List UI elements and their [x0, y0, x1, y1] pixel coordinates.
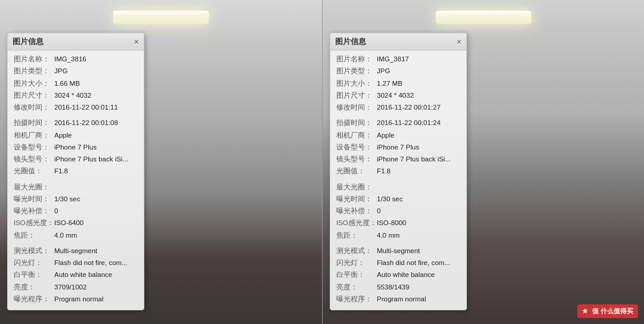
info-label: 图片大小： — [336, 79, 377, 89]
info-label: 修改时间： — [14, 102, 54, 113]
info-label: 焦距： — [14, 230, 54, 241]
info-row: 闪光灯：Flash did not fire, com... — [336, 258, 460, 268]
info-value: iPhone 7 Plus — [377, 142, 419, 152]
info-row: 拍摄时间：2016-11-22 00:01:24 — [336, 118, 460, 128]
info-row: 图片类型：JPG — [336, 66, 460, 76]
info-row: 图片类型：JPG — [14, 66, 138, 76]
info-row: 设备型号：iPhone 7 Plus — [14, 142, 138, 152]
info-label: 测光模式： — [14, 246, 54, 256]
info-value: 2016-11-22 00:01:11 — [54, 102, 118, 113]
light-bar-right — [436, 11, 531, 24]
info-label: 拍摄时间： — [14, 118, 54, 128]
info-label: 设备型号： — [336, 142, 377, 152]
info-label: 图片大小： — [14, 79, 54, 89]
info-value: Flash did not fire, com... — [54, 258, 128, 268]
info-label: 曝光程序： — [336, 294, 377, 304]
info-value: 1/30 sec — [377, 194, 402, 204]
right-photo-panel: 图片信息 × 图片名称：IMG_3817图片类型：JPG图片大小：1.27 MB… — [322, 0, 644, 324]
info-value: IMG_3816 — [54, 54, 86, 64]
info-row: 图片尺寸：3024 * 4032 — [336, 91, 460, 101]
info-row: 亮度：5538/1439 — [336, 282, 460, 292]
info-value: JPG — [377, 66, 390, 76]
left-panel-header: 图片信息 × — [8, 33, 144, 51]
info-row: 曝光程序：Program normal — [14, 294, 138, 304]
info-value: 1.66 MB — [54, 79, 80, 89]
info-label: 图片尺寸： — [14, 91, 54, 101]
info-value: 4.0 mm — [54, 230, 77, 241]
info-value: 2016-11-22 00:01:08 — [54, 118, 118, 128]
info-row: ISO感光度：ISO-8000 — [336, 218, 460, 228]
info-label: 光圈值： — [336, 166, 377, 176]
info-value: Multi-segment — [377, 246, 420, 256]
info-label: 图片类型： — [14, 66, 54, 76]
info-label: 相机厂商： — [336, 130, 377, 141]
info-row: 测光模式：Multi-segment — [336, 246, 460, 256]
left-info-panel: 图片信息 × 图片名称：IMG_3816图片类型：JPG图片大小：1.66 MB… — [7, 33, 144, 310]
info-label: 白平衡： — [336, 270, 377, 280]
left-photo-panel: 图片信息 × 图片名称：IMG_3816图片类型：JPG图片大小：1.66 MB… — [0, 0, 322, 324]
info-value: Auto white balance — [377, 270, 435, 280]
info-row: 图片尺寸：3024 * 4032 — [14, 91, 138, 101]
info-value: 3709/1002 — [54, 282, 86, 292]
info-label: 镜头型号： — [336, 154, 377, 164]
info-label: 曝光补偿： — [336, 206, 377, 216]
info-row: ISO感光度：ISO-6400 — [14, 218, 138, 228]
info-row: 曝光时间：1/30 sec — [14, 194, 138, 204]
info-row: 测光模式：Multi-segment — [14, 246, 138, 256]
info-value: Program normal — [54, 294, 103, 304]
info-label: 白平衡： — [14, 270, 54, 280]
info-label: 镜头型号： — [14, 154, 54, 164]
info-row: 相机厂商：Apple — [336, 130, 460, 141]
right-info-panel: 图片信息 × 图片名称：IMG_3817图片类型：JPG图片大小：1.27 MB… — [330, 33, 467, 310]
info-label: 相机厂商： — [14, 130, 54, 141]
info-label: 焦距： — [336, 230, 377, 241]
info-row: 图片大小：1.27 MB — [336, 79, 460, 89]
right-panel-title: 图片信息 — [335, 36, 366, 47]
info-value: 2016-11-22 00:01:24 — [377, 118, 441, 128]
info-row: 相机厂商：Apple — [14, 130, 138, 141]
watermark: ★ 值 什么值得买 — [577, 304, 638, 318]
info-row: 镜头型号：iPhone 7 Plus back iSi... — [336, 154, 460, 164]
info-row: 镜头型号：iPhone 7 Plus back iSi... — [14, 154, 138, 164]
info-row: 最大光圈： — [14, 182, 138, 192]
info-row: 曝光补偿：0 — [336, 206, 460, 216]
watermark-text: 值 什么值得买 — [592, 307, 633, 314]
info-row: 图片名称：IMG_3816 — [14, 54, 138, 64]
info-row: 曝光程序：Program normal — [336, 294, 460, 304]
info-row: 光圈值：F1.8 — [336, 166, 460, 176]
info-label: 最大光圈： — [14, 182, 54, 192]
info-value: Flash did not fire, com... — [377, 258, 450, 268]
right-panel-body: 图片名称：IMG_3817图片类型：JPG图片大小：1.27 MB图片尺寸：30… — [330, 51, 466, 310]
info-value: IMG_3817 — [377, 54, 409, 64]
info-value: iPhone 7 Plus back iSi... — [54, 154, 128, 164]
info-label: 曝光时间： — [14, 194, 54, 204]
info-row: 最大光圈： — [336, 182, 460, 192]
info-label: 曝光时间： — [336, 194, 377, 204]
info-row: 焦距：4.0 mm — [336, 230, 460, 241]
info-value: Apple — [377, 130, 394, 141]
info-value: 4.0 mm — [377, 230, 400, 241]
info-row: 拍摄时间：2016-11-22 00:01:08 — [14, 118, 138, 128]
info-row: 修改时间：2016-11-22 00:01:11 — [14, 102, 138, 113]
info-value: ISO-8000 — [377, 218, 406, 228]
info-value: 0 — [377, 206, 380, 216]
info-value: 1.27 MB — [377, 79, 402, 89]
light-bar-left — [113, 11, 209, 24]
info-label: 最大光圈： — [336, 182, 377, 192]
info-label: 测光模式： — [336, 246, 377, 256]
info-value: Multi-segment — [54, 246, 97, 256]
info-row: 曝光补偿：0 — [14, 206, 138, 216]
info-row: 图片大小：1.66 MB — [14, 79, 138, 89]
info-value: F1.8 — [377, 166, 391, 176]
left-close-button[interactable]: × — [134, 38, 139, 46]
info-value: 2016-11-22 00:01:27 — [377, 102, 441, 113]
watermark-icon: ★ — [582, 307, 588, 314]
info-value: Program normal — [377, 294, 426, 304]
right-close-button[interactable]: × — [457, 38, 462, 46]
info-value: Auto white balance — [54, 270, 112, 280]
info-row: 修改时间：2016-11-22 00:01:27 — [336, 102, 460, 113]
info-row: 图片名称：IMG_3817 — [336, 54, 460, 64]
info-label: 拍摄时间： — [336, 118, 377, 128]
right-panel-header: 图片信息 × — [330, 33, 466, 51]
info-row: 白平衡：Auto white balance — [14, 270, 138, 280]
